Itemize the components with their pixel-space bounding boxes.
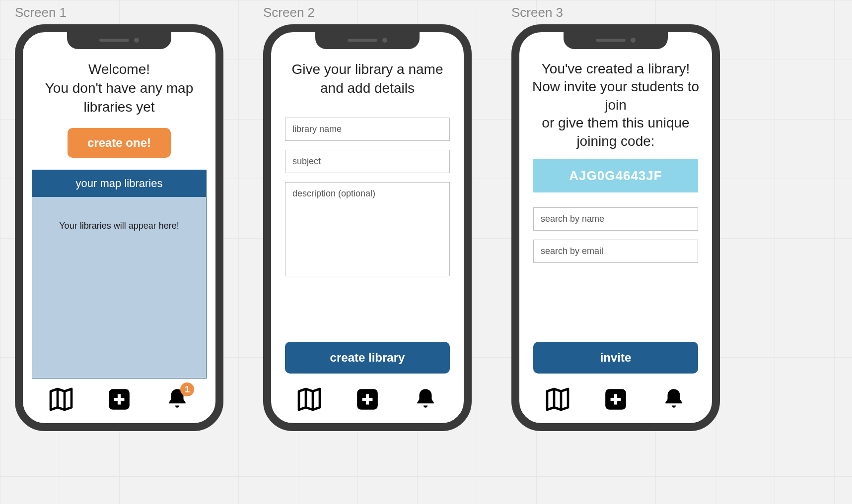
tab-add[interactable]	[601, 384, 631, 414]
tab-bar	[519, 380, 712, 418]
plus-icon	[355, 387, 380, 412]
tab-notifications[interactable]	[659, 384, 689, 414]
search-email-input[interactable]	[533, 240, 698, 263]
tab-add[interactable]	[353, 384, 382, 414]
welcome-heading: Welcome!You don't have any map libraries…	[32, 60, 207, 116]
tab-map[interactable]	[294, 384, 324, 414]
phone-frame-2: Give your library a name and add details…	[263, 24, 472, 431]
phone-notch	[315, 31, 420, 49]
screen-3-wrapper: Screen 3 You've created a library! Now i…	[511, 5, 730, 431]
libraries-panel-empty-text: Your libraries will appear here!	[32, 197, 206, 378]
libraries-panel-title: your map libraries	[32, 170, 206, 197]
library-name-input[interactable]	[285, 118, 450, 141]
svg-marker-12	[547, 389, 568, 410]
plus-icon	[603, 387, 628, 412]
svg-marker-6	[299, 389, 320, 410]
create-one-button[interactable]: create one!	[68, 128, 171, 158]
svg-marker-0	[51, 389, 71, 410]
phone-notch	[67, 31, 171, 49]
invite-heading: You've created a library! Now invite you…	[528, 60, 703, 150]
library-form-heading: Give your library a name and add details	[280, 60, 455, 98]
search-name-input[interactable]	[533, 207, 698, 231]
map-icon	[295, 385, 323, 413]
map-icon	[47, 385, 75, 413]
screen-1-content: Welcome!You don't have any map libraries…	[23, 57, 215, 378]
tab-map[interactable]	[543, 384, 572, 414]
invite-button[interactable]: invite	[533, 342, 698, 374]
screen-1-label: Screen 1	[15, 5, 233, 20]
notification-badge: 1	[180, 382, 194, 396]
description-textarea[interactable]	[285, 182, 450, 276]
subject-input[interactable]	[285, 150, 450, 173]
joining-code[interactable]: AJG0G4643JF	[533, 159, 698, 192]
create-library-button[interactable]: create library	[285, 342, 450, 374]
tab-bar	[271, 380, 464, 418]
bell-icon	[413, 387, 438, 412]
phone-frame-3: You've created a library! Now invite you…	[511, 24, 720, 431]
screen-3-content: You've created a library! Now invite you…	[519, 57, 712, 378]
tab-notifications[interactable]	[411, 384, 440, 414]
tab-map[interactable]	[46, 384, 76, 414]
tab-notifications[interactable]: 1	[162, 384, 192, 414]
plus-icon	[107, 387, 132, 412]
screen-2-wrapper: Screen 2 Give your library a name and ad…	[263, 5, 482, 431]
tab-add[interactable]	[104, 384, 134, 414]
phone-notch	[564, 31, 668, 49]
map-icon	[544, 385, 571, 413]
tab-bar: 1	[23, 380, 215, 418]
screen-2-label: Screen 2	[263, 5, 482, 20]
screen-3-label: Screen 3	[511, 5, 730, 20]
screen-2-content: Give your library a name and add details…	[271, 57, 464, 378]
libraries-panel: your map libraries Your libraries will a…	[32, 170, 207, 378]
bell-icon	[661, 387, 686, 412]
phone-frame-1: Welcome!You don't have any map libraries…	[15, 24, 223, 431]
screen-1-wrapper: Screen 1 Welcome!You don't have any map …	[15, 5, 233, 431]
